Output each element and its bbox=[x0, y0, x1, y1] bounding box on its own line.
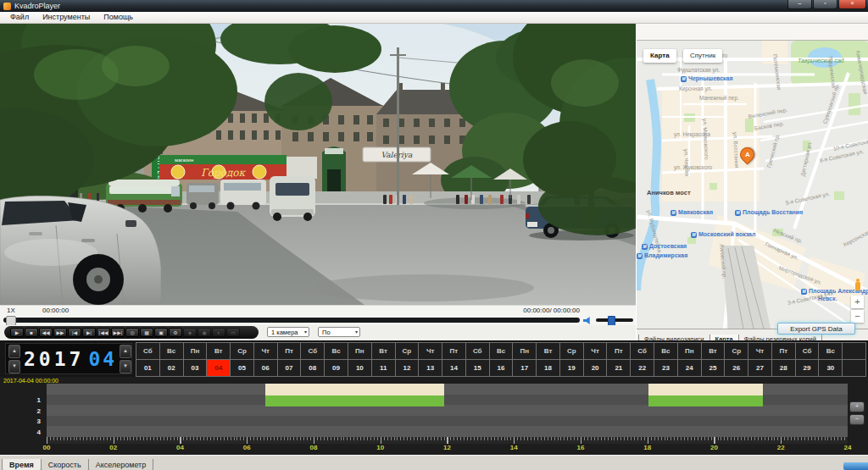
map-type-button[interactable]: Карта bbox=[643, 49, 676, 63]
minimize-button[interactable]: – bbox=[787, 0, 812, 9]
camera-select[interactable]: 1 камера bbox=[267, 327, 309, 337]
grid-view-button[interactable]: ▦ bbox=[140, 328, 153, 337]
timeline-tracks[interactable] bbox=[47, 384, 848, 437]
volume-icon[interactable] bbox=[583, 317, 593, 324]
effects-button[interactable]: ◈ bbox=[183, 328, 197, 337]
satellite-type-button[interactable]: Спутник bbox=[683, 49, 722, 63]
calendar-date-cell[interactable]: 11 bbox=[372, 360, 395, 376]
calendar-date-cell[interactable]: 28 bbox=[772, 360, 795, 376]
rotate-button[interactable]: ◉ bbox=[198, 328, 211, 337]
snapshot-button[interactable]: ▣ bbox=[154, 328, 168, 337]
calendar-date-cell[interactable]: 25 bbox=[702, 360, 725, 376]
calendar-date-cell[interactable]: 03 bbox=[184, 360, 207, 376]
calendar-date-cell[interactable]: 23 bbox=[654, 360, 677, 376]
calendar-date-cell[interactable]: 15 bbox=[466, 360, 489, 376]
calendar-date-cell[interactable]: 20 bbox=[584, 360, 607, 376]
hour-label: 18 bbox=[641, 444, 654, 451]
calendar-date-cell[interactable]: 04 bbox=[207, 360, 230, 376]
calendar-dow-cell: Вс bbox=[325, 343, 348, 359]
menu-item[interactable]: Файл bbox=[3, 12, 36, 23]
calendar-date-cell[interactable]: 13 bbox=[419, 360, 442, 376]
month-down-button[interactable]: ▼ bbox=[120, 360, 131, 373]
map-zoom-in-button[interactable]: + bbox=[851, 296, 864, 308]
app-icon bbox=[3, 3, 11, 10]
timeline-zoom-in-button[interactable]: + bbox=[849, 401, 865, 412]
calendar-date-cell[interactable]: 29 bbox=[796, 360, 819, 376]
prev-file-button[interactable]: |◀ bbox=[68, 328, 81, 337]
tab-time[interactable]: Время bbox=[2, 459, 42, 470]
calendar-date-cell[interactable]: 01 bbox=[136, 360, 159, 376]
display-button[interactable]: ▭ bbox=[226, 328, 240, 337]
calendar-date-cell[interactable]: 18 bbox=[537, 360, 559, 376]
pegman-icon[interactable] bbox=[854, 279, 861, 290]
calendar-dow-cell: Чт bbox=[584, 343, 607, 359]
hour-label: 22 bbox=[774, 444, 787, 451]
menubar: ФайлИнструментыПомощь bbox=[0, 12, 868, 24]
calendar-date-cell[interactable]: 12 bbox=[396, 360, 419, 376]
fast-forward-button[interactable]: ▶▶ bbox=[53, 328, 67, 337]
stop-button[interactable]: ■ bbox=[25, 328, 38, 337]
calendar-date-cell[interactable]: 30 bbox=[819, 360, 842, 376]
calendar-dow-cell: Сб bbox=[466, 343, 489, 359]
timeline-panel: 2017-04-04 00:00:00 1234 000204060810121… bbox=[0, 377, 868, 455]
map-label-text: Манежный пер. bbox=[699, 95, 739, 101]
maximize-button[interactable]: ▫ bbox=[813, 0, 837, 9]
jump-end-button[interactable]: ▶▶| bbox=[111, 328, 125, 337]
calendar-date-cell[interactable]: 16 bbox=[490, 360, 513, 376]
timeline-zoom-out-button[interactable]: − bbox=[849, 414, 865, 425]
calendar-date-cell[interactable]: 08 bbox=[301, 360, 324, 376]
map-zoom-out-button[interactable]: − bbox=[851, 310, 864, 323]
year-down-button[interactable]: ▼ bbox=[8, 360, 20, 373]
audio-button[interactable]: ◗ bbox=[212, 328, 225, 337]
year-month-selector: ▲ ▼ 2017 04 ▲ ▼ bbox=[5, 343, 132, 374]
next-file-button[interactable]: ▶| bbox=[82, 328, 96, 337]
calendar-dow-cell: Чт bbox=[419, 343, 442, 359]
calendar-date-cell[interactable]: 02 bbox=[160, 360, 183, 376]
settings-button[interactable]: ⚙ bbox=[169, 328, 182, 337]
menu-item[interactable]: Помощь bbox=[97, 12, 140, 23]
metro-label: МЧернышевская bbox=[681, 75, 733, 82]
titlebar[interactable]: KvadroPlayer –▫× bbox=[0, 0, 868, 12]
tab-speed[interactable]: Скорость bbox=[41, 459, 89, 470]
seek-bar[interactable] bbox=[3, 318, 580, 323]
calendar-date-cell[interactable]: 14 bbox=[442, 360, 465, 376]
jump-start-button[interactable]: |◀◀ bbox=[97, 328, 110, 337]
layout-select[interactable]: По умолч... bbox=[318, 327, 360, 337]
hour-label: 08 bbox=[307, 444, 320, 451]
calendar-date-cell[interactable]: 10 bbox=[348, 360, 371, 376]
station-label: ММосковский вокзал bbox=[691, 231, 755, 238]
play-button[interactable]: ▶ bbox=[10, 328, 24, 337]
shop-banner-text: Городок bbox=[201, 167, 247, 179]
map-label-text: Маяковская bbox=[678, 209, 713, 215]
calendar-date-cell[interactable]: 06 bbox=[254, 360, 277, 376]
record-button[interactable]: ◎ bbox=[125, 328, 139, 337]
calendar-dow-cell: Сб bbox=[136, 343, 159, 359]
calendar-dow-cell: Вс bbox=[819, 343, 842, 359]
month-up-button[interactable]: ▲ bbox=[120, 345, 131, 358]
calendar-date-cell[interactable]: 19 bbox=[560, 360, 583, 376]
rewind-button[interactable]: ◀◀ bbox=[39, 328, 53, 337]
calendar-date-cell[interactable]: 22 bbox=[631, 360, 654, 376]
timeline-ruler[interactable] bbox=[47, 437, 848, 444]
calendar-date-cell[interactable]: 21 bbox=[607, 360, 630, 376]
year-up-button[interactable]: ▲ bbox=[8, 345, 20, 358]
calendar-date-cell[interactable]: 27 bbox=[748, 360, 771, 376]
calendar-date-cell[interactable]: 07 bbox=[278, 360, 301, 376]
tab-accelerometer[interactable]: Акселерометр bbox=[88, 459, 154, 470]
right-panel: ЧайковскогоФурштатская ул.МЧернышевскаяК… bbox=[636, 24, 868, 340]
calendar-dow-cell: Пт bbox=[278, 343, 301, 359]
calendar-dow-cell: Сб bbox=[301, 343, 324, 359]
calendar-date-cell[interactable]: 24 bbox=[678, 360, 701, 376]
menu-item[interactable]: Инструменты bbox=[36, 12, 97, 23]
recording-segment-cream bbox=[265, 384, 444, 395]
calendar-date-cell[interactable]: 05 bbox=[231, 360, 253, 376]
calendar-date-cell[interactable]: 09 bbox=[325, 360, 348, 376]
video-frame[interactable]: АПТЕКА магазин Городок Valeriya bbox=[0, 24, 636, 305]
close-button[interactable]: × bbox=[838, 0, 866, 9]
calendar-date-cell[interactable]: 17 bbox=[513, 360, 536, 376]
volume-slider[interactable] bbox=[596, 318, 633, 322]
map-view[interactable]: ЧайковскогоФурштатская ул.МЧернышевскаяК… bbox=[637, 41, 868, 329]
export-gps-button[interactable]: Export GPS Data bbox=[777, 323, 855, 335]
calendar-grid: СбВсПнВтСрЧтПтСбВсПнВтСрЧтПтСбВсПнВтСрЧт… bbox=[136, 342, 866, 377]
calendar-date-cell[interactable]: 26 bbox=[725, 360, 748, 376]
